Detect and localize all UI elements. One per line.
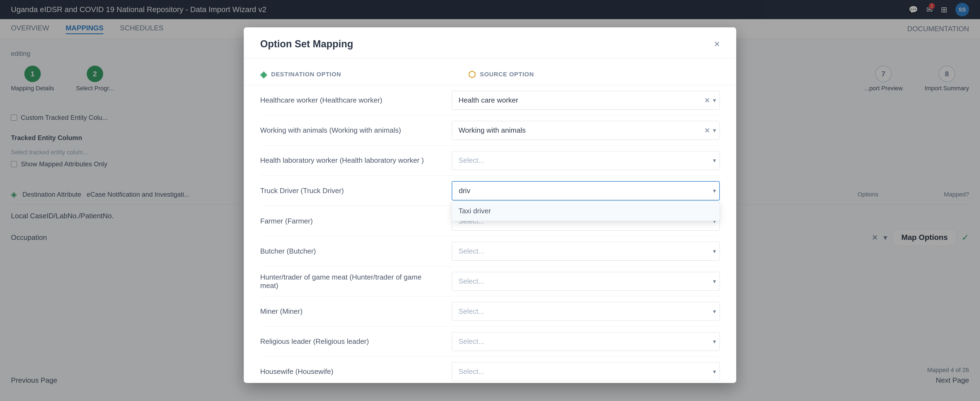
src-col: ⬡ SOURCE OPTION [468,69,720,80]
dest-option-label: Truck Driver (Truck Driver) [260,186,435,195]
dest-option-label: Healthcare worker (Healthcare worker) [260,96,435,105]
chevron-down-icon: ▾ [713,278,716,285]
select-actions: ▾ [713,308,716,315]
mapping-row: Truck Driver (Truck Driver)driv▾Taxi dri… [260,176,720,206]
source-select-box[interactable]: Select...▾ [452,302,720,321]
source-link-icon: ⬡ [468,69,476,80]
dest-option-label: Farmer (Farmer) [260,217,435,225]
modal-dialog: Option Set Mapping × ◈ DESTINATION OPTIO… [244,27,736,383]
dest-option-label: Miner (Miner) [260,307,435,316]
chevron-down-icon: ▾ [713,187,716,194]
chevron-down-icon: ▾ [713,338,716,345]
chevron-down-icon: ▾ [713,248,716,255]
source-select: Working with animals✕▾ [452,121,720,140]
source-select-box[interactable]: Select...▾ [452,151,720,170]
destination-layers-icon: ◈ [260,69,267,80]
select-actions: ▾ [713,248,716,255]
dest-option-label: Religious leader (Religious leader) [260,337,435,346]
source-select-value: Select... [458,277,484,286]
mapping-row: Hunter/trader of game meat (Hunter/trade… [260,266,720,296]
chevron-down-icon: ▾ [713,157,716,164]
source-select: Select...▾ [452,302,720,321]
mapping-row: Butcher (Butcher)Select...▾ [260,236,720,266]
source-select: Select...▾ [452,151,720,170]
source-select: Select...▾ [452,242,720,261]
mapping-row: Health laboratory worker (Health laborat… [260,145,720,176]
source-select-box[interactable]: Working with animals✕▾ [452,121,720,140]
modal-col-headers: ◈ DESTINATION OPTION ⬡ SOURCE OPTION [244,58,736,85]
source-select-value: driv [459,186,470,195]
select-actions: ✕▾ [704,96,716,105]
source-select-value: Select... [458,337,484,346]
source-select-value: Health care worker [458,96,518,105]
dropdown-item[interactable]: Taxi driver [452,201,719,221]
dest-option-label: Health laboratory worker (Health laborat… [260,156,435,165]
source-select: Health care worker✕▾ [452,91,720,110]
select-actions: ✕▾ [704,126,716,135]
source-select-value: Select... [458,368,484,376]
source-select-value: Select... [458,156,484,165]
dest-option-label: Housewife (Housewife) [260,368,435,376]
source-select-box[interactable]: Select...▾ [452,272,720,291]
mapping-row: Miner (Miner)Select...▾ [260,296,720,326]
mapping-row: Healthcare worker (Healthcare worker)Hea… [260,85,720,115]
dest-option-label: Butcher (Butcher) [260,247,435,256]
modal-close-button[interactable]: × [714,38,720,50]
mapping-row: Working with animals (Working with anima… [260,115,720,145]
source-select: Select...▾ [452,332,720,351]
select-actions: ▾ [713,187,716,194]
dest-col: ◈ DESTINATION OPTION [260,69,452,80]
chevron-down-icon: ▾ [713,368,716,375]
select-actions: ▾ [713,278,716,285]
source-select-value: Working with animals [458,126,525,135]
dropdown-list: Taxi driver [452,201,720,221]
source-select: Select...▾ [452,362,720,381]
mapping-row: Religious leader (Religious leader)Selec… [260,326,720,357]
source-select-box[interactable]: Select...▾ [452,242,720,261]
dest-option-label: Hunter/trader of game meat (Hunter/trade… [260,273,435,290]
source-select-value: Select... [458,307,484,316]
source-select: driv▾Taxi driver [452,181,720,200]
src-col-header: ⬡ SOURCE OPTION [468,69,720,80]
source-select-box[interactable]: Health care worker✕▾ [452,91,720,110]
dest-option-label: Working with animals (Working with anima… [260,126,435,135]
chevron-down-icon: ▾ [713,127,716,134]
source-select-box[interactable]: Select...▾ [452,362,720,381]
source-select-box[interactable]: Select...▾ [452,332,720,351]
chevron-down-icon: ▾ [713,308,716,315]
select-clear-button[interactable]: ✕ [704,96,710,105]
modal-title: Option Set Mapping [260,38,353,50]
modal-body: Healthcare worker (Healthcare worker)Hea… [244,85,736,383]
source-select-box[interactable]: driv▾ [452,181,720,200]
modal-overlay: Option Set Mapping × ◈ DESTINATION OPTIO… [0,0,980,401]
dest-col-header: ◈ DESTINATION OPTION [260,69,452,80]
select-actions: ▾ [713,338,716,345]
select-clear-button[interactable]: ✕ [704,126,710,135]
source-select-value: Select... [458,247,484,256]
mapping-row: Housewife (Housewife)Select...▾ [260,357,720,383]
chevron-down-icon: ▾ [713,97,716,104]
select-actions: ▾ [713,157,716,164]
modal-header: Option Set Mapping × [244,27,736,58]
select-actions: ▾ [713,368,716,375]
source-select: Select...▾ [452,272,720,291]
